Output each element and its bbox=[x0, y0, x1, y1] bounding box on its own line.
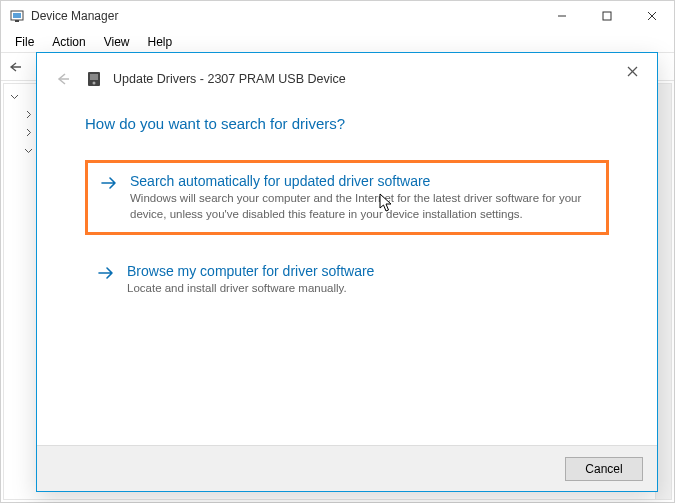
menu-view[interactable]: View bbox=[96, 33, 138, 51]
svg-rect-11 bbox=[90, 74, 98, 80]
option-search-automatically[interactable]: Search automatically for updated driver … bbox=[85, 160, 609, 235]
expand-icon bbox=[24, 108, 34, 118]
menu-file[interactable]: File bbox=[7, 33, 42, 51]
svg-rect-1 bbox=[13, 13, 21, 18]
option-title: Browse my computer for driver software bbox=[127, 263, 593, 279]
dialog-prompt: How do you want to search for drivers? bbox=[85, 115, 609, 132]
option-title: Search automatically for updated driver … bbox=[130, 173, 590, 189]
arrow-right-icon bbox=[97, 266, 115, 284]
menu-help[interactable]: Help bbox=[140, 33, 181, 51]
dialog-title: Update Drivers - 2307 PRAM USB Device bbox=[113, 72, 346, 86]
collapse-icon bbox=[24, 144, 34, 154]
minimize-button[interactable] bbox=[539, 1, 584, 31]
option-description: Locate and install driver software manua… bbox=[127, 281, 593, 297]
close-button[interactable] bbox=[629, 1, 674, 31]
dialog-close-button[interactable] bbox=[617, 59, 647, 83]
window-controls bbox=[539, 1, 674, 31]
maximize-button[interactable] bbox=[584, 1, 629, 31]
back-button[interactable] bbox=[5, 56, 27, 78]
option-description: Windows will search your computer and th… bbox=[130, 191, 590, 222]
dialog-back-button[interactable] bbox=[51, 67, 75, 91]
drive-icon bbox=[85, 70, 103, 88]
expand-icon bbox=[24, 126, 34, 136]
window-title: Device Manager bbox=[31, 9, 118, 23]
app-icon bbox=[9, 8, 25, 24]
arrow-right-icon bbox=[100, 176, 118, 194]
dialog-body: How do you want to search for drivers? S… bbox=[37, 95, 657, 307]
update-drivers-dialog: Update Drivers - 2307 PRAM USB Device Ho… bbox=[36, 52, 658, 492]
collapse-icon bbox=[10, 90, 20, 100]
svg-rect-2 bbox=[15, 20, 19, 22]
svg-point-12 bbox=[93, 82, 96, 85]
cancel-button[interactable]: Cancel bbox=[565, 457, 643, 481]
svg-rect-4 bbox=[603, 12, 611, 20]
menu-action[interactable]: Action bbox=[44, 33, 93, 51]
titlebar: Device Manager bbox=[1, 1, 674, 31]
option-browse-computer[interactable]: Browse my computer for driver software L… bbox=[85, 253, 609, 307]
dialog-footer: Cancel bbox=[37, 445, 657, 491]
menubar: File Action View Help bbox=[1, 31, 674, 53]
dialog-header: Update Drivers - 2307 PRAM USB Device bbox=[37, 53, 657, 95]
